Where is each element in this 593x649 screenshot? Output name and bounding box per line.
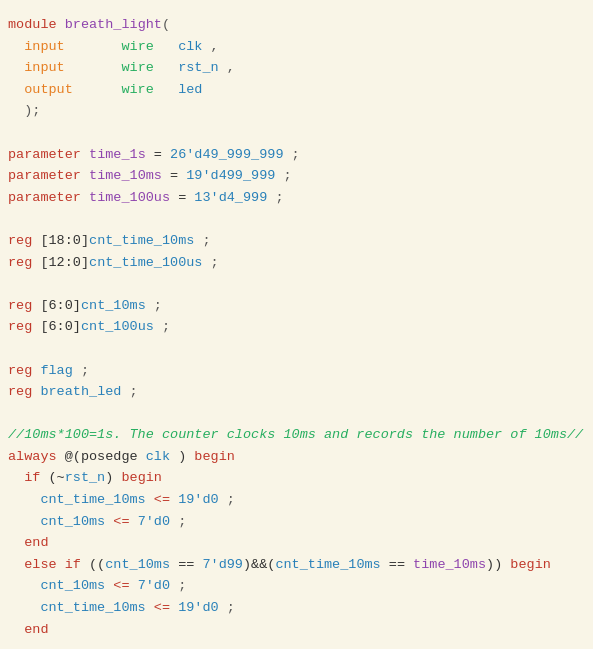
code-token: 13'd4_999 [194,187,267,209]
code-token: <= [113,511,129,533]
code-token: end [24,619,48,641]
code-token: rst_n [65,467,106,489]
code-token: ; [219,597,235,619]
code-token: cnt_time_10ms [275,554,380,576]
code-token: time_1s [89,144,146,166]
code-token [8,100,24,122]
code-token: (~ [40,467,64,489]
code-token [32,360,40,382]
code-token: clk [146,446,170,468]
code-token: ; [146,295,162,317]
code-token [8,489,40,511]
code-token: <= [113,575,129,597]
code-token: , [202,36,218,58]
code-token: begin [121,467,162,489]
code-token: flag [40,360,72,382]
code-token: ) [170,446,194,468]
code-line [0,208,593,230]
code-token: reg [8,295,32,317]
code-token: parameter [8,165,81,187]
code-token [8,36,24,58]
code-token: ; [170,575,186,597]
code-token: [6:0] [40,295,81,317]
code-token [130,511,138,533]
code-token: [18:0] [40,230,89,252]
code-token [32,316,40,338]
code-token: )&&( [243,554,275,576]
code-token: = [162,165,186,187]
code-token [8,57,24,79]
code-token: [12:0] [40,252,89,274]
code-token: clk [178,36,202,58]
code-token: )) [486,554,510,576]
code-token: time_10ms [413,554,486,576]
code-block: module breath_light( input wire clk , in… [0,10,593,644]
code-token: input [24,36,65,58]
code-line [0,338,593,360]
code-token: time_100us [89,187,170,209]
code-token [8,597,40,619]
code-token: 26'd49_999_999 [170,144,283,166]
code-line: end [0,619,593,641]
code-token: @(posedge [57,446,146,468]
code-token: reg [8,360,32,382]
code-token: breath_led [40,381,121,403]
code-token [154,36,178,58]
code-token: <= [154,489,170,511]
code-token: cnt_time_10ms [40,489,145,511]
code-token [81,165,89,187]
code-line: reg flag ; [0,360,593,382]
code-token: reg [8,381,32,403]
code-token: time_10ms [89,165,162,187]
code-token: 7'd99 [202,554,243,576]
code-line: else if ((cnt_10ms == 7'd99)&&(cnt_time_… [0,554,593,576]
code-token [146,597,154,619]
code-token: cnt_time_100us [89,252,202,274]
code-line: reg [18:0]cnt_time_10ms ; [0,230,593,252]
code-line: reg [12:0]cnt_time_100us ; [0,252,593,274]
code-line: output wire led [0,79,593,101]
code-token: , [219,57,235,79]
code-token: = [170,187,194,209]
code-token [32,381,40,403]
code-token: reg [8,316,32,338]
code-token: led [178,79,202,101]
code-token [57,14,65,36]
code-line: module breath_light( [0,14,593,36]
code-token: ; [170,511,186,533]
code-token: ; [194,230,210,252]
code-token: output [24,79,73,101]
code-token [8,467,24,489]
code-token: cnt_time_10ms [40,597,145,619]
code-token: cnt_10ms [81,295,146,317]
code-token: parameter [8,144,81,166]
code-line: cnt_time_10ms <= 19'd0 ; [0,489,593,511]
code-token: 19'd0 [178,597,219,619]
code-token: 7'd0 [138,511,170,533]
code-line: reg breath_led ; [0,381,593,403]
code-line: parameter time_10ms = 19'd499_999 ; [0,165,593,187]
code-token: wire [121,57,153,79]
code-line: always @(posedge clk ) begin [0,446,593,468]
code-token: if [65,554,81,576]
code-line: if (~rst_n) begin [0,467,593,489]
code-token [146,489,154,511]
code-token: always [8,446,57,468]
code-token: cnt_100us [81,316,154,338]
code-token: module [8,14,57,36]
code-line: end [0,532,593,554]
code-token: ; [121,381,137,403]
code-token: cnt_10ms [40,511,105,533]
code-token [105,511,113,533]
code-token: ; [267,187,283,209]
code-token [81,187,89,209]
code-token [32,252,40,274]
code-token [65,36,122,58]
code-token [8,619,24,641]
code-token: == [170,554,202,576]
code-token: ; [202,252,218,274]
code-token: begin [510,554,551,576]
code-token [57,554,65,576]
code-token: if [24,467,40,489]
code-token [8,79,24,101]
